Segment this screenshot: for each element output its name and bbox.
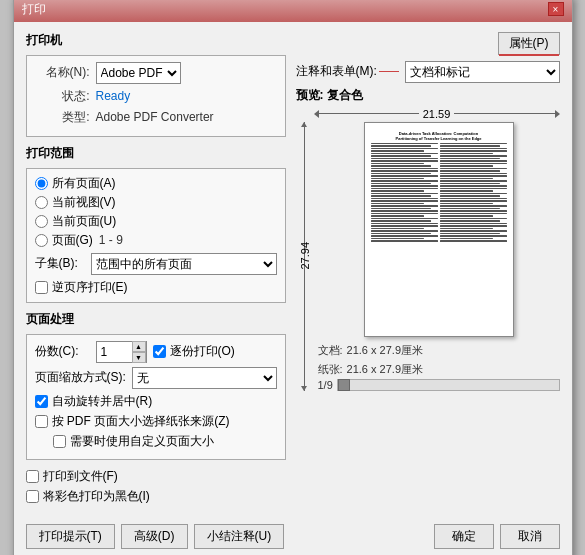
choose-paper-checkbox[interactable] (35, 415, 48, 428)
cancel-button[interactable]: 取消 (500, 524, 560, 549)
text-line (371, 193, 438, 195)
paper-size-row: 纸张: 21.6 x 27.9厘米 (318, 362, 560, 377)
auto-rotate-checkbox[interactable] (35, 395, 48, 408)
text-line (440, 215, 494, 217)
choose-paper-row: 按 PDF 页面大小选择纸张来源(Z) (35, 413, 277, 430)
print-range-label: 打印范围 (26, 145, 286, 162)
text-line (440, 210, 507, 212)
radio-pages-input[interactable] (35, 234, 48, 247)
radio-current-page-label: 当前页面(U) (52, 213, 117, 230)
reverse-row: 逆页序打印(E) (35, 279, 277, 296)
print-to-file-label: 打印到文件(F) (43, 468, 118, 485)
printer-name-select[interactable]: Adobe PDF (96, 62, 181, 84)
page-preview-container: Data-driven Task Allocation: Computation… (318, 122, 560, 391)
print-hint-button[interactable]: 打印提示(T) (26, 524, 115, 549)
close-button[interactable]: × (548, 2, 564, 16)
doc-info: 文档: 21.6 x 27.9厘米 纸张: 21.6 x 27.9厘米 1/9 (318, 343, 560, 391)
radio-current-page-input[interactable] (35, 215, 48, 228)
printer-type-label: 类型: (35, 109, 90, 126)
dialog-body: 打印机 名称(N): Adobe PDF 状态: Ready (14, 22, 572, 518)
color-to-black-row: 将彩色打印为黑色(I) (26, 488, 286, 505)
title-bar: 打印 × (14, 0, 572, 22)
text-line (371, 168, 438, 170)
annotation-select[interactable]: 文档和标记 文档 标记 无 (405, 61, 560, 83)
footer-right: 确定 取消 (434, 524, 560, 549)
text-line (440, 200, 507, 202)
page-slider[interactable] (337, 379, 560, 391)
text-line (440, 233, 500, 235)
text-line (371, 160, 438, 162)
page-counter: 1/9 (318, 379, 333, 391)
radio-current-view-input[interactable] (35, 196, 48, 209)
page-title-sim: Data-driven Task Allocation: Computation… (371, 131, 507, 141)
text-line (440, 213, 507, 215)
copies-input[interactable] (97, 342, 132, 362)
text-line (371, 183, 431, 185)
v-ruler-arrow-bottom (301, 386, 307, 391)
subset-row: 子集(B): 范围中的所有页面 奇数页 偶数页 (35, 253, 277, 275)
summary-button[interactable]: 小结注释(U) (194, 524, 285, 549)
radio-pages: 页面(G) 1 - 9 (35, 232, 277, 249)
copies-input-wrap: ▲ ▼ (96, 341, 147, 363)
subset-select[interactable]: 范围中的所有页面 奇数页 偶数页 (91, 253, 277, 275)
text-line (371, 188, 438, 190)
text-line (440, 148, 507, 150)
width-ruler-value: 21.59 (419, 108, 455, 120)
text-line (371, 150, 425, 152)
advanced-button[interactable]: 高级(D) (121, 524, 188, 549)
bottom-checks: 打印到文件(F) 将彩色打印为黑色(I) (26, 468, 286, 505)
text-line (440, 168, 507, 170)
text-line (440, 165, 494, 167)
radio-pages-label: 页面(G) (52, 232, 93, 249)
text-line (440, 170, 500, 172)
text-line (440, 175, 507, 177)
paper-value: 21.6 x 27.9厘米 (347, 362, 423, 377)
copies-down-button[interactable]: ▼ (132, 352, 146, 363)
text-line (371, 165, 431, 167)
preview-label: 预览: 复合色 (296, 87, 560, 104)
text-line (440, 208, 500, 210)
pagination-row: 1/9 (318, 379, 560, 391)
text-line (371, 233, 431, 235)
copies-up-button[interactable]: ▲ (132, 341, 146, 352)
radio-current-view: 当前视图(V) (35, 194, 277, 211)
top-ruler: 21.59 (296, 108, 560, 120)
preview-section: 预览: 复合色 21.59 27.94 (296, 87, 560, 391)
ok-button[interactable]: 确定 (434, 524, 494, 549)
text-line (371, 230, 438, 232)
printer-name-row: 名称(N): Adobe PDF (35, 62, 277, 84)
text-line (371, 155, 431, 157)
radio-current-page: 当前页面(U) (35, 213, 277, 230)
collate-checkbox[interactable] (153, 345, 166, 358)
text-line (371, 225, 438, 227)
reverse-label: 逆页序打印(E) (52, 279, 128, 296)
print-to-file-checkbox[interactable] (26, 470, 39, 483)
text-line (371, 203, 425, 205)
reverse-checkbox[interactable] (35, 281, 48, 294)
scale-select[interactable]: 无 适合页面 缩小到可打印区域 多页每张 小册子打印 (132, 367, 277, 389)
text-line (440, 178, 494, 180)
text-line (371, 145, 431, 147)
text-line (371, 170, 438, 172)
properties-button[interactable]: 属性(P) (498, 32, 560, 55)
custom-paper-checkbox[interactable] (53, 435, 66, 448)
color-to-black-checkbox[interactable] (26, 490, 39, 503)
text-line (371, 238, 425, 240)
left-ruler: 27.94 (296, 122, 314, 391)
text-line (440, 150, 507, 152)
text-line (371, 240, 438, 242)
page-preview: Data-driven Task Allocation: Computation… (364, 122, 514, 337)
paper-label: 纸张: (318, 362, 343, 377)
text-line (371, 143, 438, 145)
color-to-black-label: 将彩色打印为黑色(I) (43, 488, 150, 505)
choose-paper-label: 按 PDF 页面大小选择纸张来源(Z) (52, 413, 230, 430)
print-range-box: 所有页面(A) 当前视图(V) 当前页面(U) 页面(G) 1 - 9 子集(B… (26, 168, 286, 303)
text-line (371, 235, 438, 237)
radio-all-pages-input[interactable] (35, 177, 48, 190)
text-line (440, 145, 500, 147)
text-line (440, 173, 507, 175)
text-line (440, 230, 507, 232)
text-col-left (371, 143, 438, 242)
text-line (371, 198, 438, 200)
printer-type-value: Adobe PDF Converter (96, 110, 214, 124)
